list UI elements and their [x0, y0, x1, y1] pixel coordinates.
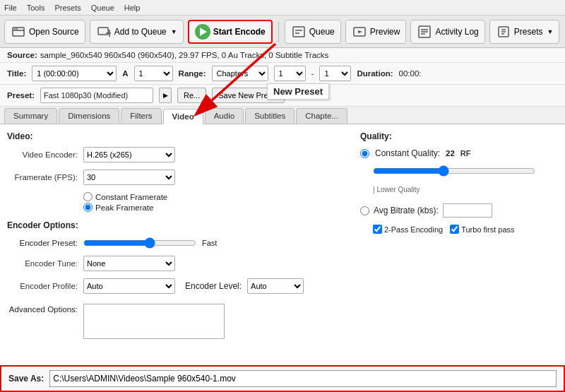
source-row: Source: sample_960x540 960x540 (960x540)… [0, 48, 565, 63]
menu-tools[interactable]: Tools [27, 4, 45, 12]
add-to-queue-label: Add to Queue [114, 27, 167, 37]
left-column: Video: Video Encoder: H.265 (x265) Frame… [7, 131, 346, 358]
tab-video[interactable]: Video [163, 109, 203, 124]
tab-audio[interactable]: Audio [205, 108, 244, 124]
duration-label: Duration: [357, 69, 393, 78]
menu-help[interactable]: Help [124, 4, 141, 12]
tab-dimensions[interactable]: Dimensions [59, 108, 119, 124]
encoder-row: Video Encoder: H.265 (x265) [7, 147, 346, 162]
encoder-level-label: Encoder Level: [185, 281, 242, 291]
lower-quality-label: | Lower Quality [373, 186, 420, 194]
svg-marker-8 [358, 30, 362, 33]
source-label: Source: [7, 51, 37, 59]
start-encode-button[interactable]: Start Encode [188, 20, 273, 44]
avg-bitrate-row: Avg Bitrate (kbs): [360, 203, 558, 218]
rf-label: RF [460, 149, 471, 158]
two-pass-item: 2-Pass Encoding [373, 225, 443, 234]
tab-chapters[interactable]: Chapte... [296, 108, 347, 124]
source-value: sample_960x540 960x540 (960x540), 29.97 … [40, 51, 329, 59]
preview-label: Preview [370, 27, 400, 37]
save-as-input[interactable] [49, 370, 557, 387]
presets-button[interactable]: Presets ▼ [489, 20, 560, 44]
encoder-preset-slider[interactable] [83, 237, 196, 249]
activity-log-button[interactable]: Activity Log [410, 20, 484, 44]
encoder-tune-row: Encoder Tune: None [7, 256, 346, 271]
activity-log-label: Activity Log [435, 27, 478, 37]
framerate-select[interactable]: 30 [83, 170, 175, 185]
svg-rect-6 [293, 27, 304, 37]
open-source-button[interactable]: Open Source [4, 20, 85, 44]
menu-file[interactable]: File [4, 4, 17, 12]
svg-point-4 [16, 28, 18, 30]
turbo-item: Turbo first pass [450, 225, 514, 234]
range-to-select[interactable]: 1 [319, 66, 351, 81]
constant-framerate-row: Constant Framerate [83, 192, 346, 201]
menu-presets-menu[interactable]: Presets [54, 4, 81, 12]
toolbar: Open Source Add to Queue ▼ Start Encode [0, 16, 565, 48]
main-content: Video: Video Encoder: H.265 (x265) Frame… [0, 124, 565, 365]
save-as-label: Save As: [8, 374, 44, 384]
preview-icon [352, 24, 367, 40]
constant-framerate-radio[interactable] [83, 192, 93, 201]
reset-button[interactable]: Re... [177, 88, 206, 103]
encoder-preset-row: Encoder Preset: Fast [7, 237, 346, 249]
presets-icon [496, 24, 511, 40]
save-as-bar: Save As: [0, 365, 565, 392]
add-queue-dropdown[interactable]: ▼ [171, 28, 177, 35]
range-from-select[interactable]: 1 [274, 66, 306, 81]
tab-summary[interactable]: Summary [4, 108, 57, 124]
tab-filters[interactable]: Filters [121, 108, 161, 124]
encoder-tune-select[interactable]: None [83, 256, 175, 271]
encoder-profile-row: Encoder Profile: Auto Encoder Level: Aut… [7, 278, 346, 294]
advanced-options-textarea[interactable] [83, 304, 225, 339]
angle-label: A [122, 69, 128, 78]
two-pass-checkbox[interactable] [373, 225, 382, 234]
queue-icon [291, 24, 307, 40]
peak-framerate-label: Peak Framerate [95, 203, 153, 212]
save-new-preset-button[interactable]: Save New Preset [212, 88, 285, 103]
encoder-preset-value: Fast [202, 239, 217, 247]
quality-value: 22 [446, 149, 455, 158]
range-select[interactable]: Chapters [212, 66, 268, 81]
encoder-label: Video Encoder: [7, 150, 78, 159]
encoder-level-select[interactable]: Auto [247, 278, 304, 294]
title-select[interactable]: 1 (00:00:00) [32, 66, 117, 81]
add-to-queue-button[interactable]: Add to Queue ▼ [90, 20, 184, 44]
open-source-icon [11, 24, 26, 40]
preset-field: Fast 1080p30 (Modified) [40, 88, 153, 103]
menubar: File Tools Presets Queue Help [0, 0, 565, 16]
encoder-select[interactable]: H.265 (x265) [83, 147, 175, 162]
preset-label: Preset: [7, 91, 35, 100]
quality-title: Quality: [360, 131, 558, 141]
peak-framerate-radio[interactable] [83, 203, 93, 212]
advanced-options-label: Advanced Options: [7, 304, 78, 314]
menu-queue[interactable]: Queue [91, 4, 114, 12]
peak-framerate-row: Peak Framerate [83, 203, 346, 212]
duration-value: 00:00: [399, 69, 422, 78]
toolbar-separator-1 [278, 21, 279, 42]
encoding-options-row: 2-Pass Encoding Turbo first pass [373, 225, 558, 234]
tab-subtitles[interactable]: Subtitles [245, 108, 295, 124]
presets-dropdown[interactable]: ▼ [547, 28, 553, 35]
range-dash: - [311, 69, 314, 78]
avg-bitrate-input[interactable] [443, 203, 492, 218]
start-encode-icon [195, 24, 210, 40]
avg-bitrate-radio[interactable] [360, 206, 369, 215]
encoder-preset-label: Encoder Preset: [7, 239, 78, 247]
preset-row: Preset: Fast 1080p30 (Modified) ▶ Re... … [0, 85, 565, 107]
add-to-queue-icon [96, 24, 112, 40]
avg-bitrate-label: Avg Bitrate (kbs): [374, 206, 439, 215]
turbo-checkbox[interactable] [450, 225, 459, 234]
encoder-profile-select[interactable]: Auto [83, 278, 175, 294]
encoder-tune-label: Encoder Tune: [7, 259, 78, 268]
preview-button[interactable]: Preview [345, 20, 407, 44]
framerate-label: Framerate (FPS): [7, 173, 78, 182]
title-label: Title: [7, 69, 26, 78]
title-row: Title: 1 (00:00:00) A 1 Range: Chapters … [0, 63, 565, 85]
quality-slider[interactable] [373, 165, 535, 177]
constant-quality-radio[interactable] [360, 149, 369, 158]
encoder-options-title: Encoder Options: [7, 220, 346, 230]
preset-arrow-button[interactable]: ▶ [159, 88, 172, 103]
angle-select[interactable]: 1 [134, 66, 173, 81]
queue-button[interactable]: Queue [285, 20, 341, 44]
